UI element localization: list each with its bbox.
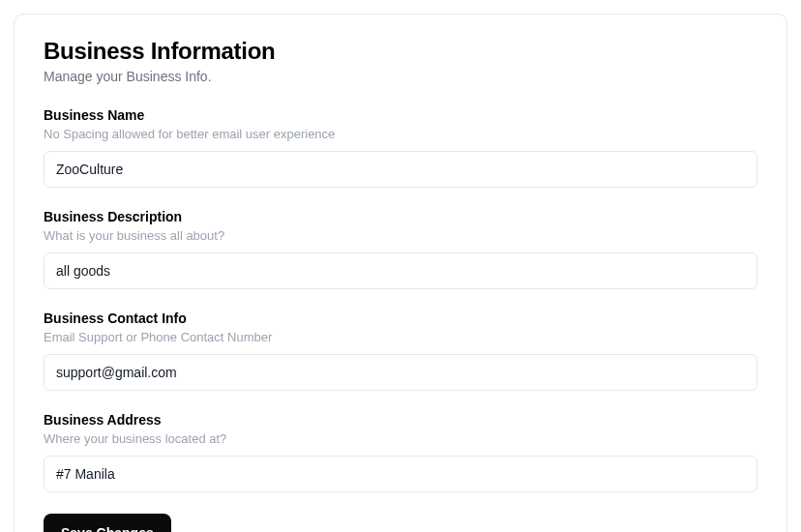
business-description-label: Business Description — [44, 209, 757, 224]
business-name-hint: No Spacing allowed for better email user… — [44, 127, 757, 141]
form-group-business-name: Business Name No Spacing allowed for bet… — [44, 107, 757, 188]
save-changes-button[interactable]: Save Changes — [44, 514, 171, 532]
business-contact-hint: Email Support or Phone Contact Number — [44, 330, 757, 344]
page-title: Business Information — [44, 38, 757, 65]
page-subtitle: Manage your Business Info. — [44, 69, 757, 84]
business-description-input[interactable] — [44, 252, 757, 289]
form-group-business-contact: Business Contact Info Email Support or P… — [44, 310, 757, 391]
business-name-label: Business Name — [44, 107, 757, 123]
business-contact-label: Business Contact Info — [44, 310, 757, 326]
business-address-hint: Where your business located at? — [44, 431, 757, 446]
business-address-label: Business Address — [44, 412, 757, 428]
form-group-business-address: Business Address Where your business loc… — [44, 412, 757, 492]
business-description-hint: What is your business all about? — [44, 228, 757, 243]
business-contact-input[interactable] — [44, 354, 757, 391]
business-name-input[interactable] — [44, 151, 757, 188]
business-info-card: Business Information Manage your Busines… — [14, 14, 787, 532]
form-group-business-description: Business Description What is your busine… — [44, 209, 757, 289]
business-address-input[interactable] — [44, 456, 757, 492]
